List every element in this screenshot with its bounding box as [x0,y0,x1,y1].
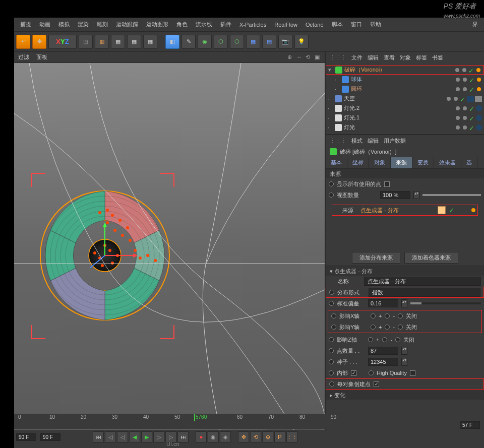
distribution-select[interactable] [369,288,480,297]
obj-menu-item[interactable]: 文件 [351,54,362,61]
primitive-cube-icon[interactable]: ◧ [165,35,179,49]
tree-row[interactable]: · 灯光.1 ✓ [326,113,484,122]
seed-row[interactable]: 种子 . . . 12345▴▾ [326,356,484,367]
menu-item[interactable]: 捕捉 [17,19,34,30]
attr-panel-menu[interactable]: ⋮⋮⋮ 模式 编辑 用户数据 [326,135,484,146]
prev-frame-icon[interactable]: ◁ [117,431,128,442]
menu-item[interactable]: 雕刻 [94,19,111,30]
attr-tab[interactable]: 来源 [391,157,412,168]
vp-menu-panel[interactable]: 面板 [36,53,47,61]
attr-tab[interactable]: 选 [461,157,477,168]
menu-item[interactable]: RealFlow [271,20,300,30]
obj-menu-item[interactable]: 编辑 [368,54,379,61]
affect-x-row[interactable]: 影响X轴 +- 关闭 [328,310,481,322]
menu-item[interactable]: 窗口 [348,19,365,30]
play-back-icon[interactable]: ◀ [129,431,140,442]
view-count-row[interactable]: 视图数量 100 %▴▾ [326,189,484,201]
vp-nav-icon[interactable]: ▣ [315,54,322,61]
opt-icon[interactable]: ⋮⋮ [286,431,297,442]
menu-item[interactable]: 运动跟踪 [113,19,141,30]
menu-item[interactable]: 模拟 [55,19,73,30]
pen-icon[interactable]: ✎ [182,35,196,49]
tree-row[interactable]: · 灯光.2 ✓ [326,103,484,113]
add-shader-button[interactable]: 添加着色器来源 [404,252,458,264]
menu-item[interactable]: X-Particles [236,20,269,30]
light-icon[interactable]: 💡 [294,35,309,49]
render-region-icon[interactable]: ▦ [127,35,141,49]
nurbs-icon[interactable]: ◉ [198,35,212,49]
viewport[interactable]: 网格间距 : 1000 cm [14,63,325,435]
obj-menu-item[interactable]: 书签 [432,54,443,61]
vp-menu-filter[interactable]: 过滤 [18,53,29,61]
timeline-marker[interactable] [194,414,195,421]
goto-start-icon[interactable]: ⏮ [93,431,104,442]
opt-icon[interactable]: P [274,431,285,442]
objects-panel-menu[interactable]: ⋮⋮⋮ 文件 编辑 查看 对象 标签 书签 [326,52,484,63]
end-frame-input[interactable]: 90 F [40,433,60,441]
attr-tabs[interactable]: 基本坐标对象来源变换效果器选 [326,157,484,168]
std-dev-row[interactable]: 标准偏差 0.16▴▾ [326,298,484,309]
tree-row[interactable]: ▾ 破碎（Voronoi） ✓ [326,65,484,75]
render-settings-icon[interactable]: ▦ [143,35,157,49]
current-frame[interactable]: 57 F [460,421,480,429]
vp-nav-icon[interactable]: ⟲ [306,54,313,61]
attr-tab[interactable]: 变换 [412,157,434,168]
menu-item[interactable]: 流水线 [193,19,215,30]
show-points-row[interactable]: 显示所有使用的点 [326,178,484,189]
point-count-row[interactable]: 点数量 . . 87▴▾ [326,345,484,356]
cube-icon[interactable]: ▥ [95,35,109,49]
affect-y-row[interactable]: 影响Y轴 +- 关闭 [328,322,481,333]
play-icon[interactable]: ▶ [141,431,152,442]
internal-row[interactable]: 内部 ✓ High Quality [326,367,484,378]
obj-menu-item[interactable]: 标签 [416,54,427,61]
menu-item[interactable]: 插件 [217,19,234,30]
opt-icon[interactable]: ⊕ [262,431,273,442]
move-icon[interactable]: ✥ [32,35,46,49]
attr-tab[interactable]: 效果器 [434,157,461,168]
menu-item[interactable]: 运动图形 [143,19,171,30]
tree-row[interactable]: · 灯光 ✓ [326,122,484,132]
opt-icon[interactable]: ✥ [238,431,249,442]
camera-icon[interactable]: 📷 [278,35,292,49]
array-icon[interactable]: ▦ [246,35,260,49]
affect-z-row[interactable]: 影响Z轴 +- 关闭 [326,334,484,345]
vp-nav-icon[interactable]: ↔ [296,54,304,61]
distribution-form-row[interactable]: 分布形式 [326,287,484,298]
add-distribution-button[interactable]: 添加分布来源 [352,252,400,264]
attr-menu-item[interactable]: 编辑 [368,137,379,145]
coord-icon[interactable]: ◳ [79,35,93,49]
menu-item[interactable]: 界 [469,19,481,30]
opt-icon[interactable]: ⟲ [250,431,261,442]
prev-key-icon[interactable]: ◁ [105,431,116,442]
obj-menu-item[interactable]: 对象 [400,54,411,61]
tree-row[interactable]: · 圆环 ✓ [326,84,484,94]
handle-icon[interactable] [471,208,475,212]
record-icon[interactable]: ● [196,431,207,442]
per-object-row[interactable]: 每对象创建点✓ [326,378,484,390]
section-point-generator[interactable]: ▾ 点生成器 - 分布 [326,266,484,276]
timeline[interactable]: 5760 0102030405060708090 57 F [14,414,483,429]
attr-tab[interactable]: 对象 [369,157,391,168]
menu-item[interactable]: 帮助 [367,19,384,30]
object-tree[interactable]: ▾ 破碎（Voronoi） ✓ · 球体 ✓ · 圆环 ✓ · 天空 ✓ · 灯… [326,63,484,134]
vp-nav-icon[interactable]: ⊕ [287,54,294,61]
menu-item[interactable]: 渲染 [75,19,92,30]
viewport-menubar[interactable]: 过滤 面板 ⊕ ↔ ⟲ ▣ [14,52,325,63]
obj-menu-item[interactable]: 查看 [384,54,395,61]
tree-row[interactable]: · 球体 ✓ [326,75,484,84]
deformer-icon[interactable]: ⬡ [230,35,244,49]
generator-icon[interactable]: ⬡ [214,35,228,49]
start-frame-input[interactable]: 90 F [16,433,36,441]
section-transform[interactable]: ▸ 变化 [326,390,484,400]
attr-tab[interactable]: 基本 [326,157,347,168]
menu-item[interactable]: 角色 [173,19,191,30]
name-row[interactable]: 名称 [326,276,484,287]
attr-menu-item[interactable]: 模式 [351,137,362,145]
key-icon[interactable]: ◈ [220,431,231,442]
main-menubar[interactable]: 捕捉 动画 模拟 渲染 雕刻 运动跟踪 运动图形 角色 流水线 插件 X-Par… [14,18,484,32]
tree-row[interactable]: · 天空 ✓ [326,94,484,103]
next-frame-icon[interactable]: ▷ [153,431,164,442]
attr-tab[interactable]: 坐标 [347,157,369,168]
undo-icon[interactable]: ↶ [16,35,30,49]
autokey-icon[interactable]: ◉ [208,431,219,442]
